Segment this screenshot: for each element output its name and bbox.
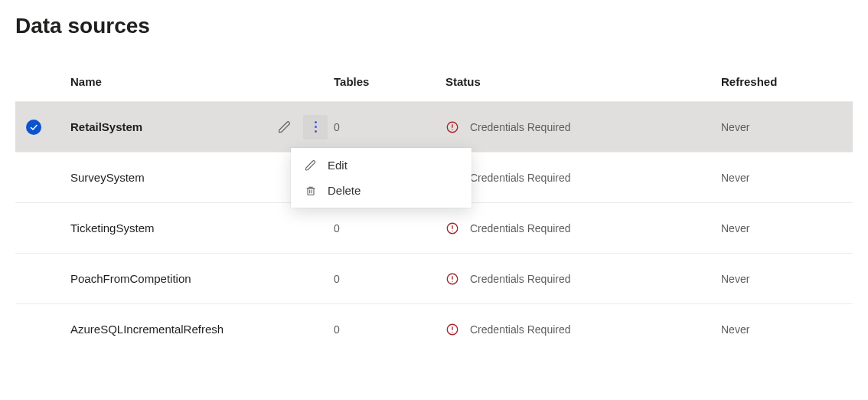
table-header: Name Tables Status Refreshed bbox=[15, 61, 853, 101]
row-refreshed: Never bbox=[721, 121, 853, 133]
row-context-menu: Edit Delete bbox=[291, 148, 472, 208]
row-refreshed: Never bbox=[721, 323, 853, 336]
menu-item-delete[interactable]: Delete bbox=[291, 178, 472, 203]
column-header-name[interactable]: Name bbox=[70, 75, 269, 88]
row-refreshed: Never bbox=[721, 172, 853, 184]
table-row[interactable]: RetailSystem 0 Credentials Required Neve… bbox=[15, 101, 853, 152]
table-row[interactable]: TicketingSystem 0 Credentials Required N… bbox=[15, 202, 853, 253]
column-header-tables[interactable]: Tables bbox=[331, 75, 445, 88]
column-header-status[interactable]: Status bbox=[445, 75, 721, 88]
row-tables: 0 bbox=[331, 121, 445, 133]
warning-icon bbox=[445, 323, 459, 336]
row-tables: 0 bbox=[331, 323, 445, 336]
row-name: AzureSQLIncrementalRefresh bbox=[70, 323, 269, 336]
svg-point-14 bbox=[452, 280, 452, 281]
row-name: TicketingSystem bbox=[70, 221, 269, 234]
menu-item-delete-label: Delete bbox=[328, 184, 361, 197]
menu-item-edit[interactable]: Edit bbox=[291, 152, 472, 178]
table-row[interactable]: AzureSQLIncrementalRefresh 0 Credentials… bbox=[15, 303, 853, 354]
column-header-refreshed[interactable]: Refreshed bbox=[721, 75, 853, 88]
menu-item-edit-label: Edit bbox=[328, 159, 348, 172]
selected-check-icon[interactable] bbox=[26, 120, 41, 135]
edit-row-button[interactable] bbox=[272, 115, 297, 139]
row-refreshed: Never bbox=[721, 222, 853, 234]
pencil-icon bbox=[278, 120, 292, 134]
row-tables: 0 bbox=[331, 222, 445, 234]
row-more-button[interactable] bbox=[303, 115, 328, 139]
row-refreshed: Never bbox=[721, 273, 853, 285]
warning-icon bbox=[445, 221, 459, 235]
row-status: Credentials Required bbox=[470, 323, 571, 336]
row-name: PoachFromCompetition bbox=[70, 272, 269, 285]
table-row[interactable]: PoachFromCompetition 0 Credentials Requi… bbox=[15, 253, 853, 303]
row-tables: 0 bbox=[331, 273, 445, 285]
pencil-icon bbox=[305, 159, 318, 172]
row-name: SurveySystem bbox=[70, 171, 269, 184]
row-name: RetailSystem bbox=[70, 120, 269, 133]
warning-icon bbox=[445, 120, 459, 134]
page-title: Data sources bbox=[15, 14, 853, 38]
svg-point-2 bbox=[452, 129, 452, 130]
row-status: Credentials Required bbox=[470, 273, 571, 285]
row-status: Credentials Required bbox=[470, 222, 571, 234]
more-vertical-icon bbox=[315, 121, 317, 133]
svg-rect-3 bbox=[308, 188, 314, 195]
data-sources-table: Name Tables Status Refreshed RetailSyste… bbox=[15, 61, 853, 354]
trash-icon bbox=[305, 185, 318, 197]
row-status: Credentials Required bbox=[470, 172, 571, 184]
svg-point-17 bbox=[452, 331, 452, 332]
row-status: Credentials Required bbox=[470, 121, 571, 133]
svg-point-11 bbox=[452, 230, 452, 231]
warning-icon bbox=[445, 272, 459, 286]
